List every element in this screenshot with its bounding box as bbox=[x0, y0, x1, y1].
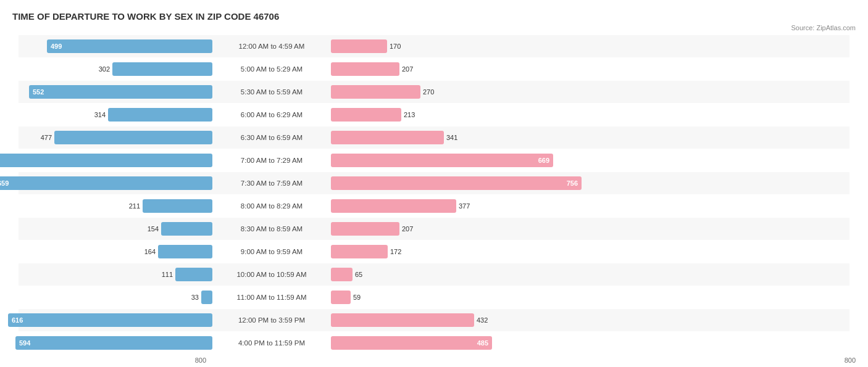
male-bar-container: 720 bbox=[0, 154, 212, 167]
left-bar-section: 499 bbox=[19, 39, 216, 53]
male-value-outside: 164 bbox=[144, 248, 156, 255]
female-bar-container: 377 bbox=[331, 199, 849, 213]
right-bar-section: 65 bbox=[327, 268, 849, 281]
female-bar-container: 59 bbox=[331, 291, 849, 304]
source-text: Source: ZipAtlas.com bbox=[12, 24, 856, 31]
female-bar bbox=[331, 131, 444, 144]
male-value-outside: 154 bbox=[148, 225, 159, 233]
male-bar bbox=[108, 108, 212, 122]
chart-row: 302 5:00 AM to 5:29 AM 207 bbox=[19, 58, 849, 80]
male-bar: 616 bbox=[8, 313, 212, 327]
chart-row: 211 8:00 AM to 8:29 AM 377 bbox=[19, 195, 849, 217]
male-bar-container: 164 bbox=[19, 245, 212, 258]
right-bar-section: 172 bbox=[327, 245, 849, 258]
female-bar bbox=[331, 245, 388, 258]
right-bar-section: 485 bbox=[327, 336, 849, 350]
time-label: 10:00 AM to 10:59 AM bbox=[216, 271, 327, 278]
male-bar-container: 552 bbox=[19, 85, 212, 99]
female-bar-container: 207 bbox=[331, 62, 849, 76]
left-bar-section: 314 bbox=[19, 108, 216, 122]
female-value-outside: 172 bbox=[390, 248, 401, 255]
female-value: 669 bbox=[538, 157, 549, 164]
left-bar-section: 33 bbox=[19, 291, 216, 304]
right-bar-section: 669 bbox=[327, 154, 849, 167]
female-value-outside: 270 bbox=[423, 88, 434, 96]
female-value-outside: 59 bbox=[353, 294, 361, 301]
female-value-outside: 432 bbox=[477, 316, 488, 324]
male-bar-container: 154 bbox=[19, 222, 212, 236]
time-label: 8:00 AM to 8:29 AM bbox=[216, 202, 327, 210]
chart-area: 499 12:00 AM to 4:59 AM 170 bbox=[12, 35, 856, 354]
time-label: 4:00 PM to 11:59 PM bbox=[216, 339, 327, 347]
female-bar-container: 432 bbox=[331, 313, 849, 327]
female-value-outside: 377 bbox=[459, 202, 470, 210]
time-label: 5:00 AM to 5:29 AM bbox=[216, 65, 327, 73]
right-bar-section: 207 bbox=[327, 222, 849, 236]
female-bar bbox=[331, 85, 420, 99]
time-label: 11:00 AM to 11:59 AM bbox=[216, 294, 327, 301]
axis-left-label: 800 bbox=[195, 357, 206, 364]
chart-row: 111 10:00 AM to 10:59 AM 65 bbox=[19, 263, 849, 286]
chart-row: 33 11:00 AM to 11:59 AM 59 bbox=[19, 286, 849, 308]
female-value-outside: 341 bbox=[446, 134, 457, 141]
male-value: 616 bbox=[12, 316, 23, 324]
female-bar-container: 669 bbox=[331, 154, 849, 167]
male-bar-container: 314 bbox=[19, 108, 212, 122]
male-bar bbox=[161, 222, 212, 236]
female-bar-container: 65 bbox=[331, 268, 849, 281]
female-bar-container: 172 bbox=[331, 245, 849, 258]
time-label: 6:00 AM to 6:29 AM bbox=[216, 111, 327, 118]
male-value-outside: 33 bbox=[191, 294, 199, 301]
female-bar bbox=[331, 199, 456, 213]
left-bar-section: 616 bbox=[19, 313, 216, 327]
male-bar-container: 499 bbox=[19, 39, 212, 53]
time-label: 9:00 AM to 9:59 AM bbox=[216, 248, 327, 255]
male-value-outside: 211 bbox=[129, 202, 140, 210]
female-bar bbox=[331, 222, 399, 236]
right-bar-section: 213 bbox=[327, 108, 849, 122]
female-bar-container: 170 bbox=[331, 39, 849, 53]
male-value-outside: 302 bbox=[99, 65, 110, 73]
male-bar: 720 bbox=[0, 154, 212, 167]
chart-row: 164 9:00 AM to 9:59 AM 172 bbox=[19, 241, 849, 263]
female-bar bbox=[331, 108, 401, 122]
female-bar-container: 756 bbox=[331, 176, 849, 190]
left-bar-section: 154 bbox=[19, 222, 216, 236]
chart-title: TIME OF DEPARTURE TO WORK BY SEX IN ZIP … bbox=[12, 11, 856, 22]
female-bar: 485 bbox=[331, 336, 492, 350]
time-label: 8:30 AM to 8:59 AM bbox=[216, 225, 327, 233]
chart-row: 720 7:00 AM to 7:29 AM 669 bbox=[19, 149, 849, 171]
left-bar-section: 211 bbox=[19, 199, 216, 213]
male-bar-container: 211 bbox=[19, 199, 212, 213]
left-bar-section: 659 bbox=[19, 176, 216, 190]
left-bar-section: 164 bbox=[19, 245, 216, 258]
male-value-outside: 111 bbox=[162, 271, 173, 278]
female-bar: 756 bbox=[331, 176, 582, 190]
left-bar-section: 302 bbox=[19, 62, 216, 76]
left-bar-section: 552 bbox=[19, 85, 216, 99]
chart-row: 616 12:00 PM to 3:59 PM 432 bbox=[19, 309, 849, 331]
female-bar bbox=[331, 62, 399, 76]
female-bar-container: 270 bbox=[331, 85, 849, 99]
female-value: 485 bbox=[477, 339, 488, 347]
right-bar-section: 270 bbox=[327, 85, 849, 99]
female-bar-container: 213 bbox=[331, 108, 849, 122]
left-bar-section: 720 bbox=[19, 154, 216, 167]
male-bar-container: 616 bbox=[8, 313, 212, 327]
chart-row: 499 12:00 AM to 4:59 AM 170 bbox=[19, 35, 849, 57]
female-value-outside: 170 bbox=[390, 43, 401, 50]
female-bar-container: 207 bbox=[331, 222, 849, 236]
male-value-outside: 477 bbox=[41, 134, 52, 141]
male-bar-container: 33 bbox=[19, 291, 212, 304]
chart-row: 552 5:30 AM to 5:59 AM 270 bbox=[19, 81, 849, 103]
male-bar bbox=[54, 131, 212, 144]
male-value: 552 bbox=[33, 88, 44, 96]
chart-row: 477 6:30 AM to 6:59 AM 341 bbox=[19, 126, 849, 149]
right-bar-section: 341 bbox=[327, 131, 849, 144]
time-label: 7:00 AM to 7:29 AM bbox=[216, 157, 327, 164]
male-bar-container: 302 bbox=[19, 62, 212, 76]
time-label: 12:00 AM to 4:59 AM bbox=[216, 43, 327, 50]
time-label: 5:30 AM to 5:59 AM bbox=[216, 88, 327, 96]
time-label: 12:00 PM to 3:59 PM bbox=[216, 316, 327, 324]
male-bar: 552 bbox=[29, 85, 212, 99]
